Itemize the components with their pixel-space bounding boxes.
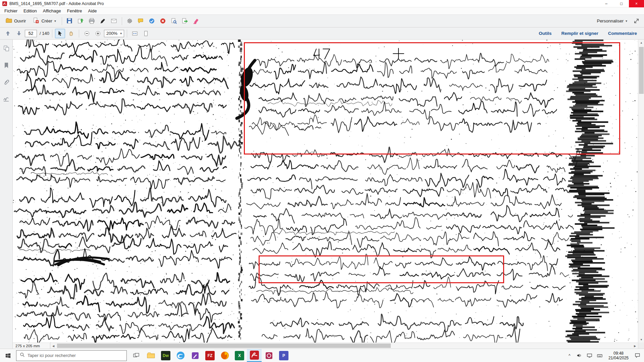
volume-icon[interactable] xyxy=(576,352,584,360)
page-thumbnails-icon[interactable] xyxy=(2,44,11,53)
bookmarks-icon[interactable] xyxy=(2,61,11,70)
taskbar-search[interactable] xyxy=(16,350,127,361)
separator xyxy=(62,17,62,25)
zoom-in-icon[interactable] xyxy=(93,29,103,38)
menu-edition[interactable]: Edition xyxy=(20,7,40,14)
separator xyxy=(52,29,52,38)
edge-browser-icon[interactable] xyxy=(173,349,188,362)
system-tray: ^ 09:48 21/04/2025 xyxy=(566,351,644,360)
signatures-icon[interactable] xyxy=(2,95,11,103)
scroll-up-icon[interactable]: ▲ xyxy=(638,40,644,46)
acrobat-taskbar-icon[interactable] xyxy=(247,349,262,362)
doc-search-icon[interactable] xyxy=(169,16,179,26)
share-icon[interactable] xyxy=(76,16,86,26)
next-page-icon[interactable] xyxy=(14,29,24,38)
open-folder-icon xyxy=(6,17,12,25)
search-input[interactable] xyxy=(28,353,123,358)
dreamweaver-icon[interactable]: Dw xyxy=(158,349,173,362)
vertical-scrollbar[interactable]: ▲ ▼ xyxy=(638,40,644,349)
zoom-level-select[interactable]: 200% ▾ xyxy=(104,30,124,37)
chevron-down-icon: ▾ xyxy=(54,19,56,23)
titlebar: BMS_1614_1695_5MI707.pdf - Adobe Acrobat… xyxy=(0,0,644,7)
network-icon[interactable] xyxy=(586,352,594,360)
chevron-down-icon: ▾ xyxy=(626,19,627,23)
menu-affichage[interactable]: Affichage xyxy=(40,7,64,14)
gear-icon[interactable] xyxy=(125,16,135,26)
toolbar-overflow-icon[interactable] xyxy=(631,16,641,26)
windows-logo-icon xyxy=(5,353,11,359)
clock-date: 21/04/2025 xyxy=(608,356,629,360)
window-controls: – □ × xyxy=(599,0,644,7)
personalize-button[interactable]: Personnaliser ▾ xyxy=(594,17,630,25)
vertical-scroll-thumb[interactable] xyxy=(639,47,644,94)
maximize-button[interactable]: □ xyxy=(614,0,629,7)
tools-button[interactable]: Outils xyxy=(534,27,556,39)
hand-tool-icon[interactable] xyxy=(66,29,76,38)
page-number-input[interactable] xyxy=(25,30,37,37)
page-count-label: / 140 xyxy=(40,31,49,36)
firefox-icon[interactable] xyxy=(217,349,232,362)
start-button[interactable] xyxy=(0,349,16,362)
action-center-icon[interactable] xyxy=(633,352,641,360)
scroll-down-icon[interactable]: ▼ xyxy=(638,337,644,343)
taskbar-clock[interactable]: 09:48 21/04/2025 xyxy=(608,351,629,360)
open-button[interactable]: Ouvrir xyxy=(3,16,29,26)
window-title: BMS_1614_1695_5MI707.pdf - Adobe Acrobat… xyxy=(9,1,599,6)
sign-icon[interactable] xyxy=(98,16,108,26)
horizontal-scroll-thumb[interactable] xyxy=(57,344,391,348)
select-tool-icon[interactable] xyxy=(55,29,65,38)
separator xyxy=(79,29,79,38)
scroll-right-icon[interactable]: ▶ xyxy=(632,343,638,349)
close-button[interactable]: × xyxy=(629,0,644,7)
email-icon[interactable] xyxy=(109,16,119,26)
comment-button[interactable]: Commentaire xyxy=(604,27,641,39)
zoom-out-icon[interactable] xyxy=(82,29,92,38)
scrollbar-corner xyxy=(638,343,644,349)
p-app-icon[interactable]: P xyxy=(276,349,291,362)
fit-page-icon[interactable] xyxy=(141,29,151,38)
create-button[interactable]: Créer ▾ xyxy=(30,16,59,26)
highlight-icon[interactable] xyxy=(191,16,201,26)
zoom-value: 200% xyxy=(106,31,117,36)
menu-fenetre[interactable]: Fenêtre xyxy=(64,7,85,14)
minimize-button[interactable]: – xyxy=(599,0,614,7)
chevron-down-icon: ▾ xyxy=(120,32,122,35)
open-label: Ouvrir xyxy=(14,18,26,23)
navigation-toolbar: / 140 200% ▾ Outils Remplir et signer Co… xyxy=(0,27,644,40)
annotation-rectangle-2[interactable] xyxy=(259,255,504,283)
previous-page-icon[interactable] xyxy=(3,29,13,38)
export-icon[interactable] xyxy=(180,16,190,26)
fill-sign-button[interactable]: Remplir et signer xyxy=(557,27,602,39)
annotation-rectangle-1[interactable] xyxy=(244,42,620,155)
notes-app-icon[interactable] xyxy=(188,349,203,362)
comment-bubble-icon[interactable] xyxy=(136,16,146,26)
excel-icon[interactable]: X xyxy=(232,349,247,362)
stamp-icon[interactable] xyxy=(147,16,157,26)
menu-aide[interactable]: Aide xyxy=(85,7,100,14)
save-icon[interactable] xyxy=(65,16,75,26)
print-icon[interactable] xyxy=(87,16,97,26)
document-view[interactable] xyxy=(13,40,638,343)
keyboard-icon[interactable] xyxy=(596,352,604,360)
file-explorer-icon[interactable] xyxy=(144,349,158,362)
main-toolbar: Ouvrir Créer ▾ Personnaliser ▾ xyxy=(0,15,644,27)
horizontal-scrollbar[interactable] xyxy=(56,343,632,349)
menubar: Fichier Edition Affichage Fenêtre Aide xyxy=(0,7,644,15)
acrobat-app-icon xyxy=(2,1,7,6)
filezilla-icon[interactable]: FZ xyxy=(203,349,217,362)
status-bar: 275 x 205 mm ◀ ▶ xyxy=(13,343,638,349)
create-pdf-icon xyxy=(33,17,39,25)
attachments-icon[interactable] xyxy=(2,78,11,86)
chevron-up-icon[interactable]: ^ xyxy=(566,352,574,360)
navigation-pane xyxy=(0,40,13,349)
task-view-icon[interactable] xyxy=(129,349,144,362)
menu-fichier[interactable]: Fichier xyxy=(1,7,20,14)
personalize-label: Personnaliser xyxy=(597,18,624,23)
windows-taskbar: Dw FZ X P ^ 09:48 21/04/2025 xyxy=(0,349,644,362)
delete-icon[interactable] xyxy=(158,16,168,26)
fit-width-icon[interactable] xyxy=(130,29,140,38)
photo-app-icon[interactable] xyxy=(262,349,276,362)
separator xyxy=(122,17,122,25)
scroll-left-icon[interactable]: ◀ xyxy=(50,343,56,349)
clock-time: 09:48 xyxy=(608,351,629,356)
